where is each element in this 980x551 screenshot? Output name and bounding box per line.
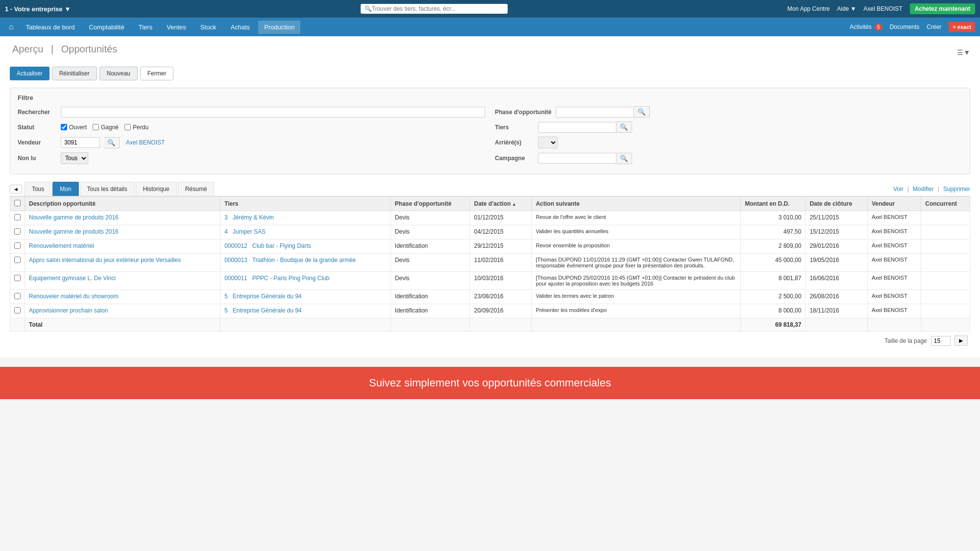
statut-gagne: Gagné bbox=[93, 124, 119, 131]
app-centre-link[interactable]: Mon App Centre bbox=[787, 5, 830, 12]
nav-production[interactable]: Production bbox=[258, 21, 300, 34]
nav-comptabilite[interactable]: Comptabilité bbox=[83, 21, 130, 34]
tiers-name-link[interactable]: Triathlon - Boutique de la grande armée bbox=[252, 257, 356, 264]
pagination-next-button[interactable]: ► bbox=[955, 335, 968, 346]
tab-resume[interactable]: Résumé bbox=[178, 182, 215, 196]
tiers-name-link[interactable]: PPPC - Paris Ping Pong Club bbox=[252, 275, 329, 282]
vendeur-search-btn[interactable]: 🔍 bbox=[104, 137, 120, 148]
description-link[interactable]: Nouvelle gamme de produits 2016 bbox=[29, 214, 119, 221]
brand[interactable]: 1 - Votre entreprise ▼ bbox=[5, 5, 71, 13]
row-vendeur: Axel BENOIST bbox=[867, 304, 921, 318]
select-all-checkbox[interactable] bbox=[14, 200, 21, 206]
filter-row-3: Vendeur 3091 🔍 Axel BENOIST Arriéré(s) bbox=[18, 137, 962, 148]
total-label: Total bbox=[25, 318, 220, 332]
tiers-link[interactable]: 0000011 bbox=[224, 275, 247, 282]
row-date-action: 11/02/2016 bbox=[470, 254, 532, 272]
campagne-input[interactable] bbox=[538, 153, 616, 164]
tiers-name-link[interactable]: Entreprise Générale du 94 bbox=[233, 293, 302, 300]
tiers-name-link[interactable]: Jérémy & Kévin bbox=[233, 214, 274, 221]
modifier-link[interactable]: Modifier bbox=[913, 186, 934, 192]
tab-mon[interactable]: Mon bbox=[52, 182, 78, 196]
search-input[interactable] bbox=[372, 5, 499, 12]
activites-link[interactable]: Activités 5 bbox=[850, 24, 882, 30]
rechercher-input[interactable] bbox=[61, 107, 485, 118]
voir-link[interactable]: Voir bbox=[893, 186, 904, 192]
tiers-link[interactable]: 5 bbox=[224, 307, 228, 314]
row-checkbox[interactable] bbox=[14, 257, 21, 263]
description-link[interactable]: Equipement gymnase L. De Vinci bbox=[29, 275, 116, 282]
row-date-action: 01/12/2015 bbox=[470, 211, 532, 225]
nav-stock[interactable]: Stock bbox=[195, 21, 222, 34]
fermer-button[interactable]: Fermer bbox=[140, 67, 174, 80]
row-concurrent bbox=[921, 304, 970, 318]
arriere-select[interactable] bbox=[538, 137, 558, 148]
tiers-input[interactable] bbox=[538, 122, 616, 133]
tiers-link[interactable]: 3 bbox=[224, 214, 228, 221]
description-link[interactable]: Renouvellement matériel bbox=[29, 242, 94, 249]
tiers-link[interactable]: 0000013 bbox=[224, 257, 247, 264]
tiers-name-link[interactable]: Club bar - Flying Darts bbox=[252, 242, 311, 249]
tab-left-button[interactable]: ◄ bbox=[10, 185, 22, 193]
row-checkbox[interactable] bbox=[14, 275, 21, 281]
row-checkbox[interactable] bbox=[14, 228, 21, 235]
tab-historique[interactable]: Historique bbox=[136, 182, 177, 196]
tiers-link[interactable]: 4 bbox=[224, 228, 228, 235]
row-description: Nouvelle gamme de produits 2016 bbox=[25, 225, 220, 240]
tab-tous[interactable]: Tous bbox=[24, 182, 51, 196]
non-lu-select[interactable]: Tous bbox=[61, 152, 88, 164]
filter-vendeur: Vendeur 3091 🔍 Axel BENOIST bbox=[18, 137, 485, 148]
separator-1: | bbox=[907, 186, 909, 192]
row-checkbox-cell bbox=[10, 211, 25, 225]
documents-link[interactable]: Documents bbox=[890, 24, 920, 30]
tab-tous-details[interactable]: Tous les détails bbox=[80, 182, 135, 196]
vendeur-name-link[interactable]: Axel BENOIST bbox=[126, 139, 165, 146]
row-tiers: 3 Jérémy & Kévin bbox=[220, 211, 391, 225]
home-button[interactable]: ⌂ bbox=[5, 21, 18, 33]
row-checkbox[interactable] bbox=[14, 242, 21, 249]
nav-tableaux-de-bord[interactable]: Tableaux de bord bbox=[20, 21, 81, 34]
nouveau-button[interactable]: Nouveau bbox=[99, 67, 138, 80]
nav-achats[interactable]: Achats bbox=[224, 21, 256, 34]
description-link[interactable]: Approvisionner prochain salon bbox=[29, 307, 108, 314]
phase-search-button[interactable]: 🔍 bbox=[634, 106, 650, 118]
col-tiers: Tiers bbox=[220, 197, 391, 211]
aide-menu[interactable]: Aide ▼ bbox=[837, 5, 856, 12]
campagne-search-button[interactable]: 🔍 bbox=[616, 153, 632, 164]
tiers-name-link[interactable]: Jumper SAS bbox=[233, 228, 266, 235]
campagne-label: Campagne bbox=[495, 155, 534, 162]
creer-link[interactable]: Créer bbox=[927, 24, 941, 30]
tiers-search-button[interactable]: 🔍 bbox=[616, 121, 632, 133]
description-link[interactable]: Nouvelle gamme de produits 2016 bbox=[29, 228, 119, 235]
page-size-input[interactable]: 15 bbox=[931, 336, 951, 346]
table-row: Renouveler matériel du showroom 5 Entrep… bbox=[10, 290, 970, 304]
user-name: Axel BENOIST bbox=[863, 5, 902, 12]
tiers-link[interactable]: 5 bbox=[224, 293, 228, 300]
nav-tiers[interactable]: Tiers bbox=[133, 21, 158, 34]
row-checkbox[interactable] bbox=[14, 214, 21, 220]
statut-ouvert-checkbox[interactable] bbox=[61, 124, 67, 130]
col-date-cloture: Date de clôture bbox=[806, 197, 867, 211]
statut-gagne-checkbox[interactable] bbox=[93, 124, 99, 130]
row-checkbox[interactable] bbox=[14, 307, 21, 313]
description-link[interactable]: Appro salon international du jeux extéri… bbox=[29, 257, 181, 264]
total-empty-2 bbox=[220, 318, 391, 332]
supprimer-link[interactable]: Supprimer bbox=[943, 186, 970, 192]
row-date-cloture: 18/11/2016 bbox=[806, 304, 867, 318]
page-title: Aperçu | Opportunités bbox=[10, 44, 120, 55]
phase-input[interactable] bbox=[556, 107, 634, 118]
col-date-action[interactable]: Date d'action bbox=[470, 197, 532, 211]
actualiser-button[interactable]: Actualiser bbox=[10, 67, 49, 80]
view-toggle[interactable]: ☰▼ bbox=[957, 48, 970, 56]
row-montant: 2 500,00 bbox=[741, 290, 806, 304]
row-action-suivante: [Thomas DUPOND 25/02/2016 10:45 (GMT +01… bbox=[532, 272, 741, 290]
achetez-button[interactable]: Achetez maintenant bbox=[910, 3, 975, 14]
vendeur-code-input[interactable]: 3091 bbox=[61, 137, 100, 148]
statut-perdu-checkbox[interactable] bbox=[124, 124, 131, 130]
tiers-name-link[interactable]: Entreprise Générale du 94 bbox=[233, 307, 302, 314]
description-link[interactable]: Renouveler matériel du showroom bbox=[29, 293, 119, 300]
nav-ventes[interactable]: Ventes bbox=[161, 21, 192, 34]
reinitialiser-button[interactable]: Réinitialiser bbox=[52, 67, 97, 80]
tiers-link[interactable]: 0000012 bbox=[224, 242, 247, 249]
row-checkbox[interactable] bbox=[14, 293, 21, 299]
filter-row-1: Rechercher Phase d'opportunité 🔍 bbox=[18, 106, 962, 118]
